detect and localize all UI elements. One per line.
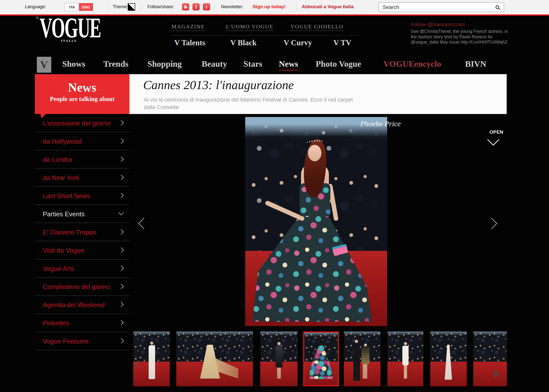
thumb-sky	[133, 332, 170, 336]
thumb-figure-legs	[363, 364, 367, 379]
section-title: News	[35, 80, 129, 95]
sidebar-item-vogue-arts[interactable]: Vogue Arts	[35, 259, 129, 278]
article-header: Cannes 2013: l'inaugurazione Al via la c…	[129, 74, 507, 114]
masthead-divider	[172, 35, 359, 36]
section-subtitle: People are talking about	[35, 96, 129, 103]
divider	[296, 3, 297, 11]
nav-v-black[interactable]: V Black	[230, 38, 256, 47]
search-input[interactable]	[383, 3, 492, 11]
logo-italia-label: ITALIA	[61, 39, 77, 43]
nav-v-home[interactable]: V	[37, 57, 51, 73]
thumbnail-crowd[interactable]	[473, 332, 507, 386]
nav-beauty[interactable]: Beauty	[202, 59, 227, 69]
nav-v-talents[interactable]: V Talents	[174, 38, 205, 47]
nav-vogueencyclo[interactable]: VOGUEencyclo	[383, 59, 441, 69]
thumb-sky	[260, 332, 298, 336]
chevron-down-icon	[119, 210, 124, 215]
facebook-icon[interactable]: f	[192, 3, 200, 10]
thumb-sky	[344, 332, 380, 336]
rss-icon[interactable]	[182, 3, 189, 10]
thumb-figure	[149, 345, 155, 379]
language-option-ita[interactable]: ITA	[65, 3, 79, 11]
nav-shows[interactable]: Shows	[62, 59, 85, 69]
vogue-italia-logo[interactable]: ® VOGUE ITALIA	[36, 15, 111, 38]
nav-trends[interactable]: Trends	[103, 59, 128, 69]
sidebar-item-compleanno-del-giorno[interactable]: Compleanno del giorno	[35, 278, 129, 296]
open-gallery-button[interactable]: OPEN	[489, 129, 503, 135]
sidebar-item-da-hollywood[interactable]: da Hollywood	[35, 132, 129, 150]
nav-magazine[interactable]: MAGAZINE	[172, 23, 205, 31]
thumb-sky	[387, 332, 423, 336]
thumb-carpet	[473, 362, 507, 386]
sidebar-item-e-davvero-troppo[interactable]: E' Davvero Troppo	[35, 223, 129, 241]
thumbnail-beige-gown[interactable]	[176, 332, 253, 386]
gallery-prev-arrow[interactable]	[138, 218, 149, 229]
thumbnail-white-long-gown[interactable]	[430, 332, 467, 386]
thumb-figure	[353, 343, 360, 381]
thumb-sky	[176, 332, 253, 336]
article-title: Cannes 2013: l'inaugurazione	[143, 78, 294, 92]
sidebar-item-ossessione-del-giorno[interactable]: L'ossessione del giorno	[35, 114, 129, 132]
article-subtitle: Al via la cerimonia di inaugurazione del…	[144, 96, 363, 111]
thumb-figure	[402, 346, 408, 365]
subscribe-link[interactable]: Abbonati a Vogue Italia	[302, 4, 354, 9]
nav-v-curvy[interactable]: V Curvy	[284, 38, 312, 47]
newsletter-label: Newsletter:	[221, 4, 244, 9]
nav-photo-vogue[interactable]: Photo Vogue	[316, 59, 361, 69]
photo-caption: Phoebe Price	[360, 119, 401, 128]
thumb-figure-legs	[404, 365, 407, 379]
divider	[215, 3, 215, 11]
nav-vogue-gioiello[interactable]: VOGUE GIOIELLO	[291, 23, 344, 31]
sidebar-item-visti-da-vogue[interactable]: Visti da Vogue	[35, 241, 129, 259]
thumbnail-couple[interactable]	[344, 332, 380, 386]
nav-news[interactable]: News	[279, 59, 298, 69]
thumbnail-black-dress[interactable]	[260, 332, 298, 386]
twitter-widget: Follow @francasozzani See @ChristaTheret…	[411, 21, 512, 45]
follow-share-label: Follow/share:	[147, 4, 174, 9]
nav-bivn[interactable]: BIVN	[465, 59, 486, 69]
thumbnail-floral-dress-selected[interactable]	[303, 332, 339, 386]
nav-stars[interactable]: Stars	[244, 59, 262, 69]
chevron-right-icon	[119, 266, 124, 271]
sidebar-item-da-new-york[interactable]: da New York	[35, 168, 129, 187]
thumb-sky	[430, 332, 467, 336]
sidebar-item-parties-events[interactable]: Parties Events	[35, 205, 129, 223]
gallery-next-arrow[interactable]	[486, 218, 497, 229]
newsletter-signup-link[interactable]: Sign up today!	[253, 4, 286, 9]
sidebar-item-da-londra[interactable]: da Londra	[35, 150, 129, 168]
thumb-figure-second	[362, 347, 369, 364]
sidebar-item-pinkettes[interactable]: Pinkettes	[35, 314, 129, 332]
chevron-right-icon	[119, 302, 124, 307]
chevron-right-icon	[119, 247, 124, 253]
chevron-right-icon	[119, 284, 124, 289]
divider	[109, 3, 109, 11]
thumbnail-white-gown[interactable]	[133, 332, 170, 386]
theme-label: Theme:	[113, 4, 128, 9]
divider	[141, 3, 141, 11]
search-icon[interactable]	[495, 5, 501, 10]
thumbnails-next-arrow[interactable]	[494, 370, 499, 378]
twitter-follow-link[interactable]: Follow @francasozzani	[411, 21, 512, 27]
main-gallery-photo[interactable]	[245, 117, 387, 326]
twitter-icon[interactable]: t	[203, 3, 210, 10]
language-option-eng[interactable]: ENG	[79, 3, 93, 11]
sidebar-item-last-short-news[interactable]: Last Short News	[35, 187, 129, 205]
nav-shopping[interactable]: Shopping	[147, 59, 182, 69]
thumbnail-white-short-dress[interactable]	[387, 332, 423, 386]
search-box	[378, 2, 504, 12]
sidebar-item-vogue-features[interactable]: Vogue Features	[35, 332, 129, 350]
theme-contrast-icon[interactable]	[128, 3, 135, 11]
chevron-right-icon	[119, 193, 124, 198]
thumb-crowd	[473, 332, 507, 362]
nav-v-tv[interactable]: V TV	[333, 38, 351, 47]
language-toggle[interactable]: ITA ENG	[65, 3, 93, 11]
photo-figure-face	[308, 145, 321, 161]
thumb-sky	[304, 333, 338, 336]
chevron-right-icon	[119, 338, 124, 343]
sidebar-item-agenda-del-weekend[interactable]: Agenda del Weekend	[35, 296, 129, 314]
nav-luomo-vogue[interactable]: L'UOMO VOGUE	[226, 23, 273, 31]
open-chevron-down-icon[interactable]	[487, 134, 499, 146]
chevron-right-icon	[119, 320, 124, 325]
thumb-figure	[276, 346, 283, 368]
thumb-figure-legs	[277, 367, 281, 379]
